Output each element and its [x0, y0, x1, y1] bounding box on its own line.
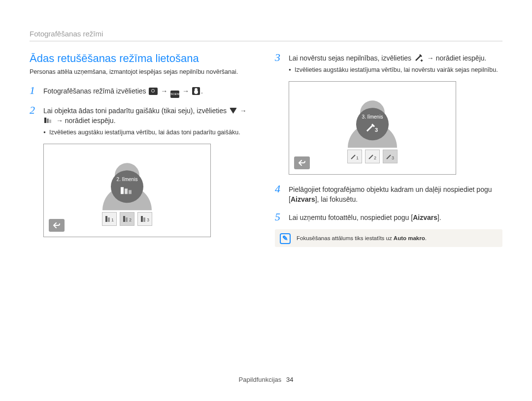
- svg-text:1: 1: [356, 155, 359, 160]
- section-title: Ādas retušēšanas režīma lietošana: [30, 52, 257, 65]
- level-badge: 2. līmenis: [111, 171, 143, 203]
- preview-screen-tone: 2. līmenis 1 2 3: [43, 144, 211, 237]
- step-5-bold: Aizvars: [413, 214, 437, 221]
- step-5-text-c: ].: [437, 214, 441, 221]
- step-4-text-c: ], lai fokusētu.: [315, 195, 358, 203]
- arrow-text: →: [182, 87, 189, 95]
- step-3-bullet: Izvēlieties augstāku iestatījuma vērtību…: [289, 66, 502, 74]
- svg-rect-10: [126, 217, 128, 222]
- step-number: 2: [30, 105, 38, 137]
- camera-icon: [149, 88, 158, 95]
- tone-option-3[interactable]: 3: [137, 212, 152, 226]
- retouch-option-3[interactable]: 3: [383, 150, 398, 163]
- option-row: 1 2 3: [102, 212, 152, 226]
- tone-option-1[interactable]: 1: [102, 212, 117, 226]
- menu-triangle-icon: [230, 108, 237, 114]
- svg-rect-9: [123, 216, 125, 222]
- person-silhouette: 2. līmenis: [102, 163, 152, 211]
- retouch-option-2[interactable]: 2: [365, 150, 380, 163]
- step-2: 2 Lai objekta ādas toni padarītu gaišāku…: [30, 105, 257, 137]
- face-tone-icon: [44, 117, 53, 124]
- step-3-text-a: Lai novērstu sejas nepilnības, izvēlieti…: [289, 54, 413, 62]
- svg-rect-13: [143, 217, 145, 222]
- step-4-bold: Aizvars: [291, 195, 315, 203]
- step-2-bullet: Izvēlieties augstāku iestatījuma vērtību…: [43, 128, 257, 137]
- left-column: Ādas retušēšanas režīma lietošana Person…: [30, 52, 257, 247]
- step-5-text-a: Lai uzņemtu fotoattēlu, nospiediet pogu …: [289, 214, 413, 221]
- level-badge: 3. līmenis 3: [356, 108, 389, 140]
- retouch-level-icon: 3: [366, 121, 379, 134]
- arrow-text: →: [240, 107, 247, 115]
- arrow-text: →: [161, 87, 167, 95]
- svg-rect-3: [121, 187, 124, 194]
- step-number: 5: [275, 212, 284, 222]
- right-column: 3 Lai novērstu sejas nepilnības, izvēlie…: [275, 52, 502, 247]
- page-footer: Papildfunkcijas 34: [0, 376, 532, 383]
- retouch-icon: [414, 54, 424, 62]
- svg-text:3: 3: [147, 217, 149, 222]
- step-number: 4: [275, 184, 284, 205]
- svg-rect-5: [129, 190, 132, 194]
- svg-rect-6: [105, 216, 107, 222]
- svg-text:2: 2: [374, 155, 376, 160]
- footer-section: Papildfunkcijas: [239, 376, 282, 383]
- step-4: 4 Pielāgojiet fotografējamo objektu kadr…: [275, 184, 502, 205]
- beauty-mode-icon: [192, 87, 200, 95]
- step-3: 3 Lai novērstu sejas nepilnības, izvēlie…: [275, 52, 502, 74]
- back-button[interactable]: [294, 156, 310, 169]
- step-2-text-a: Lai objekta ādas toni padarītu gaišāku (…: [43, 107, 229, 115]
- scene-icon: SCENE: [170, 91, 179, 98]
- retouch-option-1[interactable]: 1: [347, 150, 362, 163]
- svg-rect-1: [47, 119, 49, 123]
- page-header: Fotografēšanas režīmi: [30, 30, 502, 41]
- note-text-b: .: [425, 235, 427, 241]
- step-5: 5 Lai uzņemtu fotoattēlu, nospiediet pog…: [275, 212, 502, 222]
- svg-rect-12: [141, 216, 143, 222]
- step-2-text-b: → norādiet iespēju.: [56, 117, 116, 124]
- svg-rect-4: [125, 189, 128, 194]
- note-text-a: Fokusēšanas attālums tiks iestatīts uz: [297, 235, 394, 241]
- intro-text: Personas attēla uzņemšana, izmantojot ie…: [30, 68, 257, 76]
- note-bold: Auto makro: [394, 235, 425, 241]
- option-row: 1 2 3: [347, 150, 398, 163]
- svg-rect-7: [108, 217, 110, 222]
- note-icon: ✎: [280, 233, 291, 244]
- face-tone-level-icon: [121, 184, 133, 197]
- level-label: 2. līmenis: [117, 177, 138, 183]
- svg-text:3: 3: [375, 127, 378, 133]
- svg-text:2: 2: [129, 217, 132, 222]
- person-silhouette: 3. līmenis 3: [348, 100, 397, 148]
- footer-page-number: 34: [286, 376, 293, 383]
- step-1: 1 Fotografēšanas režīmā izvēlieties → SC…: [30, 85, 257, 98]
- back-button[interactable]: [49, 219, 65, 232]
- step-3-text-b: → norādiet iespēju.: [427, 54, 487, 62]
- svg-rect-0: [44, 118, 46, 123]
- note-box: ✎ Fokusēšanas attālums tiks iestatīts uz…: [275, 229, 502, 247]
- tone-option-2[interactable]: 2: [120, 212, 134, 226]
- svg-text:1: 1: [111, 217, 114, 222]
- preview-screen-retouch: 3. līmenis 3 1 2 3: [289, 81, 456, 175]
- step-number: 3: [275, 52, 284, 74]
- level-label: 3. līmenis: [362, 114, 383, 120]
- svg-text:3: 3: [392, 155, 394, 160]
- step-number: 1: [30, 85, 38, 98]
- step-1-text: Fotografēšanas režīmā izvēlieties: [43, 87, 148, 95]
- svg-rect-2: [49, 120, 51, 123]
